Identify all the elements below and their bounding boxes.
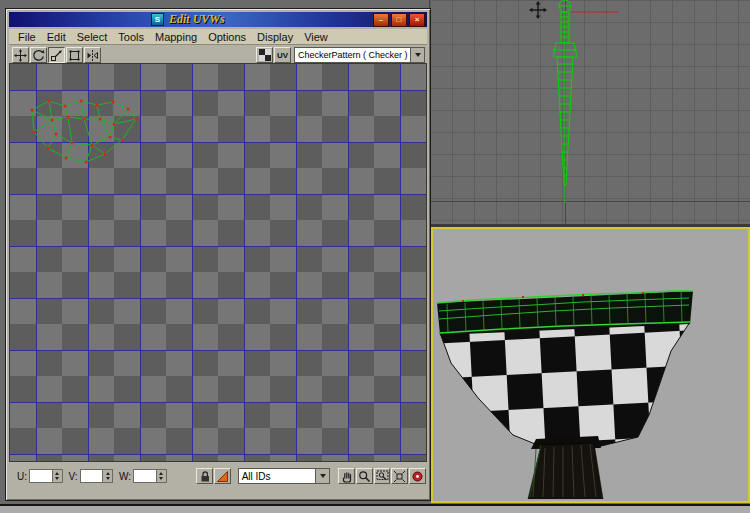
uv-bottom-bar: U: V: W: All IDs	[9, 464, 427, 488]
move-cursor-icon	[529, 1, 547, 19]
maximize-button[interactable]: □	[391, 13, 407, 27]
filter-faces-icon	[216, 470, 229, 483]
zoom-button[interactable]	[356, 468, 373, 484]
w-label: W:	[119, 471, 131, 482]
menu-file[interactable]: File	[18, 31, 36, 43]
zoom-region-icon	[376, 470, 389, 483]
menu-options[interactable]: Options	[208, 31, 246, 43]
v-spinner[interactable]	[102, 470, 112, 482]
chalice-bowl[interactable]	[440, 322, 690, 448]
material-id-dropdown[interactable]: All IDs	[238, 468, 331, 484]
show-map-button[interactable]	[256, 47, 273, 63]
close-button[interactable]: ×	[409, 13, 425, 27]
menu-select[interactable]: Select	[77, 31, 108, 43]
material-id-arrow[interactable]	[315, 469, 329, 483]
pan-button[interactable]	[338, 468, 355, 484]
u-field[interactable]	[29, 469, 63, 483]
menu-display[interactable]: Display	[257, 31, 293, 43]
chalice-stem[interactable]	[528, 443, 603, 499]
pan-hand-icon	[340, 470, 353, 483]
lock-icon	[199, 470, 211, 483]
menu-tools[interactable]: Tools	[118, 31, 144, 43]
minimize-button[interactable]: –	[373, 13, 389, 27]
zoom-extents-button[interactable]	[391, 468, 408, 484]
front-viewport[interactable]	[429, 0, 750, 227]
chalice-model[interactable]	[433, 229, 748, 499]
rotate-button[interactable]	[30, 47, 47, 63]
status-strip	[0, 504, 750, 513]
menu-view[interactable]: View	[304, 31, 328, 43]
uv-edit-canvas[interactable]	[9, 63, 427, 462]
mirror-icon	[86, 49, 99, 62]
move-icon	[14, 49, 27, 62]
menu-bar: File Edit Select Tools Mapping Options D…	[9, 29, 427, 45]
uv-mesh[interactable]	[20, 90, 150, 180]
chevron-down-icon	[320, 474, 326, 478]
pattern-dropdown-value: CheckerPattern ( Checker )	[298, 50, 408, 60]
u-label: U:	[17, 471, 27, 482]
snap-button[interactable]	[409, 468, 426, 484]
filter-faces-button[interactable]	[214, 468, 231, 484]
uv-toggle-label: UV	[277, 51, 288, 60]
rotate-icon	[32, 49, 45, 62]
pattern-dropdown[interactable]: CheckerPattern ( Checker )	[294, 47, 425, 63]
mirror-button[interactable]	[84, 47, 101, 63]
zoom-region-button[interactable]	[374, 468, 391, 484]
magnifier-icon	[358, 470, 371, 483]
v-label: V:	[69, 471, 78, 482]
scale-icon	[50, 49, 63, 62]
move-button[interactable]	[12, 47, 29, 63]
window-title: Edit UVWs	[169, 12, 225, 27]
w-field[interactable]	[133, 469, 167, 483]
menu-mapping[interactable]: Mapping	[155, 31, 197, 43]
snap-icon	[411, 470, 424, 483]
v-field[interactable]	[80, 469, 114, 483]
titlebar[interactable]: S Edit UVWs – □ ×	[9, 12, 427, 27]
lock-selection-button[interactable]	[196, 468, 213, 484]
scale-button[interactable]	[48, 47, 65, 63]
freeform-icon	[68, 49, 81, 62]
perspective-viewport[interactable]	[431, 227, 750, 503]
freeform-button[interactable]	[66, 47, 83, 63]
material-id-value: All IDs	[242, 471, 271, 482]
chevron-down-icon	[415, 53, 421, 57]
zoom-extents-icon	[393, 470, 406, 483]
pattern-dropdown-arrow[interactable]	[410, 48, 424, 62]
sword-wireframe[interactable]	[430, 0, 750, 224]
checker-map-icon	[259, 49, 271, 61]
app-icon: S	[151, 13, 164, 26]
uv-toggle-button[interactable]: UV	[274, 47, 291, 63]
w-spinner[interactable]	[156, 470, 166, 482]
edit-uvws-window[interactable]: S Edit UVWs – □ × File Edit Select Tools…	[5, 8, 431, 501]
menu-edit[interactable]: Edit	[47, 31, 66, 43]
uv-vertices[interactable]	[31, 100, 138, 164]
u-spinner[interactable]	[52, 470, 62, 482]
